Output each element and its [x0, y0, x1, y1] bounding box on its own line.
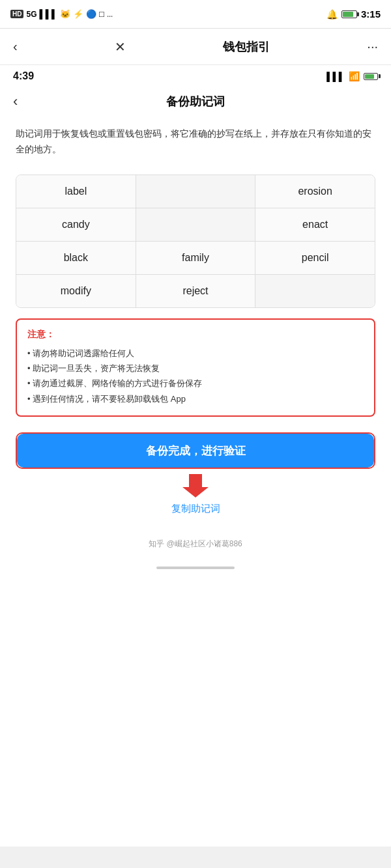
- hd-badge: HD: [10, 10, 23, 18]
- outer-time: 3:15: [361, 8, 381, 20]
- back-button[interactable]: ‹: [13, 39, 18, 54]
- page-title: 钱包指引: [223, 39, 270, 55]
- kuaishou-icon: ⚡: [73, 9, 83, 19]
- svg-marker-0: [182, 474, 209, 497]
- warning-item-2: • 助记词一旦丢失，资产将无法恢复: [27, 361, 364, 376]
- weibo-icon: 🐱: [60, 9, 70, 19]
- top-nav: ‹ ✕ 钱包指引 ···: [0, 29, 391, 65]
- copy-mnemonic-button[interactable]: 复制助记词: [0, 500, 391, 525]
- word-enact: enact: [255, 208, 375, 241]
- verify-button-wrapper: 备份完成，进行验证: [16, 432, 375, 469]
- description-text: 助记词用于恢复钱包或重置钱包密码，将它准确的抄写在纸上，并存放在只有你知道的安全…: [0, 116, 391, 168]
- footer: 知乎 @崛起社区小诸葛886: [0, 525, 391, 557]
- warning-title: 注意：: [27, 329, 364, 341]
- word-erosion: erosion: [255, 175, 375, 208]
- mnemonic-row-4: modify reject: [16, 275, 375, 307]
- qq-icon: 🔵: [86, 9, 96, 19]
- inner-signal-icon: ▌▌▌: [326, 72, 345, 81]
- more-button[interactable]: ···: [367, 39, 378, 54]
- mnemonic-row-1: label erosion: [16, 175, 375, 208]
- word-modify: modify: [16, 275, 136, 307]
- mnemonic-grid: label erosion candy enact black family p…: [16, 175, 375, 308]
- inner-icons: ▌▌▌ 📶: [326, 71, 378, 81]
- warning-item-4: • 遇到任何情况，请不要轻易卸载钱包 App: [27, 391, 364, 406]
- red-arrow-icon: [182, 474, 209, 497]
- mnemonic-row-2: candy enact: [16, 208, 375, 242]
- signal-bars: ▌▌▌: [39, 9, 57, 19]
- outer-status-right: 🔔 3:15: [326, 8, 381, 20]
- word-candy: candy: [16, 208, 136, 241]
- word-empty-3: [255, 275, 375, 307]
- inner-back-button[interactable]: ‹: [13, 93, 18, 110]
- outer-battery: [341, 10, 357, 18]
- inner-battery-icon: [364, 73, 378, 80]
- word-pencil: pencil: [255, 242, 375, 274]
- rect-icon: □: [99, 9, 104, 19]
- outer-status-bar: HD 5G ▌▌▌ 🐱 ⚡ 🔵 □ ... 🔔 3:15: [0, 0, 391, 29]
- warning-item-3: • 请勿通过截屏、网络传输的方式进行备份保存: [27, 376, 364, 391]
- inner-nav: ‹ 备份助记词: [0, 87, 391, 116]
- warning-item-1: • 请勿将助记词透露给任何人: [27, 346, 364, 361]
- word-reject: reject: [136, 275, 256, 307]
- signal-5g: 5G: [26, 10, 36, 19]
- word-empty-1: [136, 175, 256, 208]
- arrow-indicator: [0, 474, 391, 497]
- close-button[interactable]: ✕: [115, 39, 126, 55]
- button-area: 备份完成，进行验证: [16, 432, 375, 469]
- zhibo-icon: ...: [107, 10, 113, 18]
- word-black: black: [16, 242, 136, 274]
- mnemonic-row-3: black family pencil: [16, 242, 375, 275]
- warning-box: 注意： • 请勿将助记词透露给任何人 • 助记词一旦丢失，资产将无法恢复 • 请…: [16, 318, 375, 417]
- phone-screen: 4:39 ▌▌▌ 📶 ‹ 备份助记词 助记词用于恢复钱包或重置钱包密码，将它准确…: [0, 65, 391, 847]
- bell-icon: 🔔: [326, 9, 338, 20]
- inner-nav-title: 备份助记词: [166, 94, 225, 109]
- inner-time: 4:39: [13, 70, 34, 82]
- inner-wifi-icon: 📶: [349, 71, 360, 81]
- word-label: label: [16, 175, 136, 208]
- outer-status-left: HD 5G ▌▌▌ 🐱 ⚡ 🔵 □ ...: [10, 9, 113, 19]
- verify-button[interactable]: 备份完成，进行验证: [17, 434, 374, 468]
- home-indicator: [156, 567, 235, 569]
- word-empty-2: [136, 208, 256, 241]
- word-family: family: [136, 242, 256, 274]
- inner-status-bar: 4:39 ▌▌▌ 📶: [0, 65, 391, 87]
